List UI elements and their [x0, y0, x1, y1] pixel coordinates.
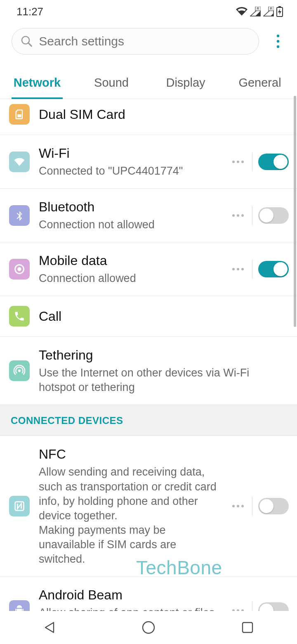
nfc-toggle[interactable]: [258, 498, 289, 514]
more-options-button[interactable]: [230, 602, 246, 611]
svg-point-13: [241, 161, 244, 163]
triangle-back-icon: [42, 620, 57, 635]
item-title: Dual SIM Card: [39, 106, 289, 123]
more-horiz-icon: [232, 160, 244, 163]
recent-apps-button[interactable]: [223, 615, 272, 640]
item-mobile-data[interactable]: Mobile data Connection allowed: [0, 242, 297, 296]
item-tethering[interactable]: Tethering Use the Internet on other devi…: [0, 337, 297, 405]
svg-point-19: [232, 268, 235, 270]
item-subtitle: Connected to "UPC4401774": [39, 164, 221, 178]
mobile-data-toggle[interactable]: [258, 261, 289, 277]
svg-point-20: [237, 268, 239, 270]
more-options-button[interactable]: [230, 261, 246, 277]
mobile-data-icon: [9, 259, 30, 279]
wifi-icon: [236, 7, 248, 16]
svg-point-26: [241, 505, 244, 507]
more-vert-icon: [276, 34, 280, 48]
more-options-button[interactable]: [230, 498, 246, 514]
section-header-connected-devices: CONNECTED DEVICES: [0, 405, 297, 436]
item-subtitle: Connection allowed: [39, 271, 221, 286]
nfc-icon: [9, 496, 30, 516]
item-wifi[interactable]: Wi-Fi Connected to "UPC4401774": [0, 135, 297, 189]
svg-point-22: [18, 369, 21, 372]
more-options-button[interactable]: [230, 207, 246, 224]
svg-point-14: [232, 214, 235, 217]
item-title: NFC: [39, 446, 221, 462]
item-title: Tethering: [39, 347, 289, 363]
divider: [252, 152, 252, 171]
svg-point-24: [232, 505, 235, 507]
circle-home-icon: [141, 620, 156, 635]
item-title: Bluetooth: [39, 199, 221, 215]
settings-list[interactable]: Dual SIM Card Wi-Fi Connected to "UPC440…: [0, 94, 297, 611]
scrollbar[interactable]: [294, 96, 296, 327]
svg-point-30: [143, 622, 154, 633]
more-options-button[interactable]: [230, 154, 246, 170]
item-call[interactable]: Call: [0, 296, 297, 337]
divider: [252, 601, 252, 611]
search-icon: [20, 34, 33, 48]
bluetooth-toggle[interactable]: [258, 207, 289, 224]
more-horiz-icon: [232, 504, 244, 508]
navigation-bar: [0, 611, 297, 644]
svg-point-18: [17, 267, 21, 271]
android-icon: [9, 600, 30, 611]
more-horiz-icon: [232, 268, 244, 271]
item-subtitle: Use the Internet on other devices via Wi…: [39, 366, 289, 395]
back-button[interactable]: [25, 615, 74, 640]
bluetooth-icon: [9, 205, 30, 226]
status-time: 11:27: [16, 5, 43, 18]
search-input[interactable]: [39, 34, 250, 48]
hotspot-icon: [9, 360, 30, 381]
battery-charging-icon: [276, 6, 283, 17]
more-horiz-icon: [232, 214, 244, 217]
svg-text:R: R: [257, 7, 259, 11]
item-android-beam[interactable]: Android Beam Allow sharing of app conten…: [0, 577, 297, 611]
divider: [252, 206, 252, 225]
android-beam-toggle[interactable]: [258, 602, 289, 611]
divider: [252, 497, 252, 516]
item-bluetooth[interactable]: Bluetooth Connection not allowed: [0, 189, 297, 242]
item-dual-sim[interactable]: Dual SIM Card: [0, 94, 297, 135]
item-subtitle: Allow sharing of app content or files by…: [39, 606, 221, 611]
phone-icon: [9, 306, 30, 327]
search-row: [0, 23, 297, 59]
overflow-menu-button[interactable]: [266, 30, 290, 53]
svg-point-16: [241, 214, 244, 217]
search-box[interactable]: [12, 28, 259, 54]
home-button[interactable]: [124, 615, 173, 640]
status-bar: 11:27 R R: [0, 0, 297, 23]
signal-roaming-2-icon: R: [263, 7, 274, 17]
sim-card-icon: [9, 104, 30, 125]
divider: [252, 260, 252, 279]
svg-rect-31: [243, 623, 252, 632]
svg-line-7: [28, 43, 32, 46]
item-title: Mobile data: [39, 252, 221, 269]
wifi-toggle[interactable]: [258, 154, 289, 170]
svg-point-9: [277, 40, 279, 43]
svg-point-10: [277, 45, 279, 48]
signal-roaming-1-icon: R: [250, 7, 261, 17]
svg-point-25: [237, 505, 239, 507]
item-subtitle: Connection not allowed: [39, 218, 221, 232]
svg-text:R: R: [270, 7, 273, 11]
wifi-icon: [9, 152, 30, 172]
item-title: Android Beam: [39, 587, 221, 603]
svg-point-21: [241, 268, 244, 270]
svg-point-15: [237, 214, 239, 217]
item-title: Wi-Fi: [39, 145, 221, 161]
item-title: Call: [39, 308, 289, 324]
svg-point-8: [277, 35, 279, 37]
item-nfc[interactable]: NFC Allow sending and receiving data, su…: [0, 436, 297, 577]
square-recent-icon: [241, 621, 254, 634]
svg-point-11: [232, 161, 235, 163]
status-icons: R R: [236, 6, 283, 17]
item-subtitle: Allow sending and receiving data, such a…: [39, 465, 221, 566]
svg-rect-5: [278, 6, 281, 7]
svg-point-12: [237, 161, 239, 163]
